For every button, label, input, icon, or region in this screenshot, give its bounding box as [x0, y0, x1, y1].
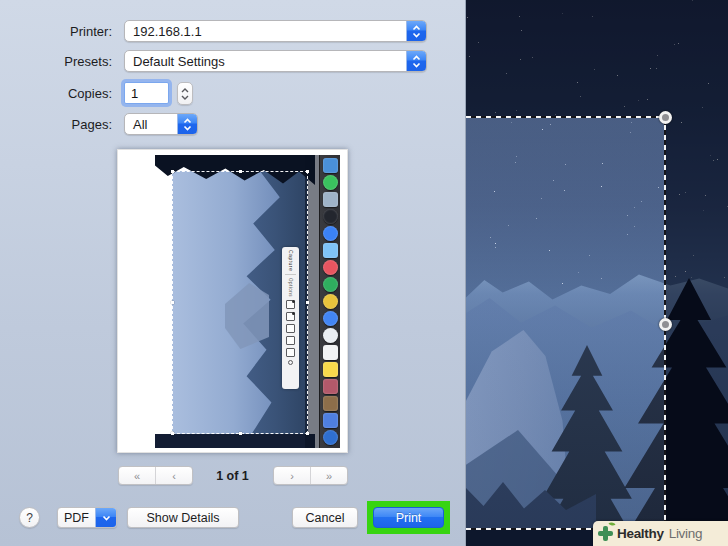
copies-input[interactable]	[124, 82, 169, 104]
photo-booth-dock-icon	[323, 209, 338, 224]
notes-dock-icon	[323, 362, 338, 377]
app-store-dock-icon	[323, 277, 338, 292]
print-button-highlight: Print	[367, 501, 450, 534]
safari-dock-icon	[323, 226, 338, 241]
gear-icon	[288, 360, 293, 365]
chevron-up-down-icon	[406, 21, 426, 41]
green-cross-icon	[597, 525, 614, 542]
compass-dock-icon	[323, 430, 338, 445]
printer-select[interactable]: 192.168.1.1	[124, 20, 427, 42]
next-page-button[interactable]: ›	[274, 467, 311, 484]
pdf-menu-button[interactable]: PDF	[57, 507, 117, 528]
page-nav-back-group: « ‹	[118, 466, 193, 485]
presets-select-value: Default Settings	[125, 54, 406, 69]
page-nav-forward-group: › »	[273, 466, 348, 485]
facetime-dock-icon	[323, 175, 338, 190]
chevron-up-down-icon	[177, 114, 197, 134]
preview-handle	[171, 432, 174, 435]
capture-selection-icon	[286, 324, 295, 333]
healthy-living-watermark: Healthy Living	[593, 521, 728, 546]
page-indicator: 1 of 1	[195, 469, 270, 483]
music-dock-icon	[323, 260, 338, 275]
copies-stepper[interactable]	[177, 82, 193, 105]
presets-select[interactable]: Default Settings	[124, 50, 427, 72]
preview-stars	[127, 155, 128, 156]
browser-dock-icon	[323, 311, 338, 326]
options-label: Options	[288, 278, 293, 297]
document-dock-icon	[323, 345, 338, 360]
mail-dock-icon	[323, 192, 338, 207]
print-preview-image: Capture Options	[127, 155, 340, 448]
preview-trees-bottom	[155, 434, 315, 448]
selection-edge-top[interactable]	[466, 116, 666, 118]
watermark-light-text: Living	[669, 526, 702, 541]
stepper-down-icon	[181, 95, 189, 100]
desktop-background: Healthy Living	[466, 0, 728, 546]
show-details-button[interactable]: Show Details	[127, 507, 239, 528]
preview-handle	[306, 432, 309, 435]
pages-select-value: All	[125, 117, 177, 132]
last-page-button[interactable]: »	[311, 467, 347, 484]
presets-label: Presets:	[0, 54, 112, 69]
preview-handle	[171, 170, 174, 173]
chrome-dock-icon	[323, 294, 338, 309]
capture-screen-icon	[286, 300, 295, 309]
copies-label: Copies:	[0, 86, 112, 101]
cancel-button[interactable]: Cancel	[292, 507, 358, 528]
pdf-label: PDF	[58, 511, 95, 525]
selection-handle-top-right[interactable]	[659, 111, 672, 124]
selection-handle-mid-right[interactable]	[659, 318, 672, 331]
folder-dock-icon	[323, 396, 338, 411]
preview-handle	[306, 170, 309, 173]
pages-label: Pages:	[0, 117, 112, 132]
capture-selection-area[interactable]	[466, 117, 665, 530]
stepper-up-icon	[181, 88, 189, 93]
capture-label: Capture	[288, 250, 294, 271]
print-preview-sheet: Capture Options	[117, 149, 348, 453]
watermark-bold-text: Healthy	[617, 526, 664, 541]
chevron-up-down-icon	[406, 51, 426, 71]
dim-overlay-right	[665, 117, 728, 530]
printer-label: Printer:	[0, 24, 112, 39]
preview-handle	[239, 170, 242, 173]
dim-overlay-top	[466, 0, 728, 117]
preview-handle	[306, 301, 309, 304]
print-button[interactable]: Print	[373, 507, 444, 528]
printer-select-value: 192.168.1.1	[125, 24, 406, 39]
toolbar-divider	[285, 274, 296, 275]
print-dialog: Printer: 192.168.1.1 Presets: Default Se…	[0, 0, 466, 546]
preview-handle	[239, 432, 242, 435]
record-screen-icon	[286, 336, 295, 345]
help-button[interactable]: ?	[19, 507, 40, 528]
first-page-button[interactable]: «	[119, 467, 156, 484]
photos-dock-icon	[323, 328, 338, 343]
chevron-down-icon	[95, 508, 116, 527]
previous-page-button[interactable]: ‹	[156, 467, 192, 484]
maps-dock-icon	[323, 243, 338, 258]
leaf-icon	[608, 521, 615, 527]
preview-dock	[319, 155, 340, 448]
package-dock-icon	[323, 379, 338, 394]
pages-select[interactable]: All	[124, 113, 198, 135]
record-selection-icon	[286, 348, 295, 357]
app-blue-dock-icon	[323, 413, 338, 428]
finder-dock-icon	[323, 158, 338, 173]
capture-window-icon	[286, 312, 295, 321]
preview-handle	[171, 301, 174, 304]
preview-capture-toolbar: Capture Options	[282, 247, 299, 389]
